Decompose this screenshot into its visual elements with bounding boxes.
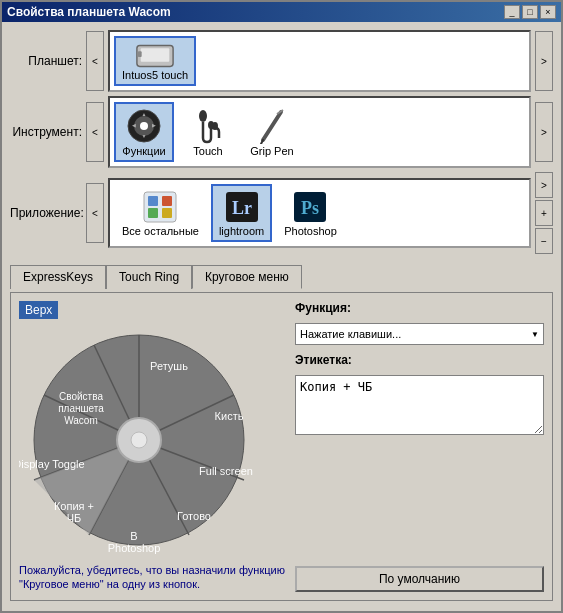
svg-point-5: [140, 122, 148, 130]
svg-text:▶: ▶: [152, 122, 156, 128]
tool-name-0: Функции: [122, 145, 165, 157]
svg-point-35: [131, 432, 147, 448]
tablet-name: Intuos5 touch: [122, 69, 188, 81]
svg-text:Ретушь: Ретушь: [150, 360, 188, 372]
app-name-2: Photoshop: [284, 225, 337, 237]
svg-text:Свойства: Свойства: [59, 391, 103, 402]
svg-point-12: [212, 122, 218, 130]
svg-text:▲: ▲: [142, 111, 147, 117]
svg-text:◀: ◀: [132, 122, 136, 128]
etiketa-input[interactable]: Копия + ЧБ: [295, 375, 544, 435]
svg-text:Wacom: Wacom: [64, 415, 98, 426]
tool-left-btn[interactable]: <: [86, 102, 104, 162]
app-nav-plus-minus: > + −: [535, 172, 553, 254]
tool-right-btn[interactable]: >: [535, 102, 553, 162]
app-list: Все остальные Lr lightroom: [108, 178, 531, 248]
svg-text:Кисть: Кисть: [215, 410, 244, 422]
svg-rect-2: [138, 51, 142, 57]
svg-rect-17: [148, 196, 158, 206]
tool-item-0[interactable]: ▲ ▶ ▼ ◀ Функции: [114, 102, 174, 162]
function-label: Функция:: [295, 301, 544, 315]
verh-label-container: Верх: [19, 301, 289, 319]
default-button[interactable]: По умолчанию: [295, 566, 544, 592]
maximize-button[interactable]: □: [522, 5, 538, 19]
right-panel: Функция: Нажатие клавиши... ▼ Этикетка: …: [295, 301, 544, 592]
tool-item-1[interactable]: Touch: [178, 102, 238, 162]
tool-item-2[interactable]: Grip Pen: [242, 102, 302, 162]
add-app-btn[interactable]: +: [535, 200, 553, 226]
function-value: Нажатие клавиши...: [300, 328, 401, 340]
left-panel: Верх: [19, 301, 289, 592]
app-name-1: lightroom: [219, 225, 264, 237]
svg-text:В: В: [130, 530, 137, 542]
tool-list: ▲ ▶ ▼ ◀ Функции: [108, 96, 531, 168]
svg-text:Photoshop: Photoshop: [108, 542, 161, 554]
tab-touchring[interactable]: Touch Ring: [106, 265, 192, 289]
app-icon-0: [140, 189, 180, 225]
tablet-icon: [135, 41, 175, 69]
app-left-btn[interactable]: <: [86, 183, 104, 243]
app-label: Приложение:: [10, 206, 82, 220]
app-icon-2: Ps: [290, 189, 330, 225]
tablet-left-btn[interactable]: <: [86, 31, 104, 91]
svg-rect-20: [162, 208, 172, 218]
app-item-2[interactable]: Ps Photoshop: [276, 184, 345, 242]
select-arrow-icon: ▼: [531, 330, 539, 339]
app-right-btn[interactable]: >: [535, 172, 553, 198]
svg-rect-1: [141, 48, 170, 61]
svg-text:Full screen: Full screen: [199, 465, 253, 477]
tool-icon-1: [188, 107, 228, 145]
svg-rect-18: [162, 196, 172, 206]
tabs-row: ExpressKeys Touch Ring Круговое меню: [10, 264, 553, 288]
app-row: Приложение: < Все остальные: [10, 172, 553, 254]
tool-name-1: Touch: [193, 145, 222, 157]
notice-text: Пожалуйста, убедитесь, что вы назначили …: [19, 563, 289, 592]
main-content: Планшет: < Intuos5 touch > Инст: [2, 22, 561, 609]
tablet-row: Планшет: < Intuos5 touch >: [10, 30, 553, 92]
pie-menu-container: Ретушь Кисть Full screen Готово В Photos…: [19, 325, 259, 555]
verh-label: Верх: [19, 301, 58, 319]
close-button[interactable]: ×: [540, 5, 556, 19]
tab-expresskeys[interactable]: ExpressKeys: [10, 265, 106, 289]
svg-text:Lr: Lr: [232, 198, 252, 218]
svg-rect-19: [148, 208, 158, 218]
tablet-item[interactable]: Intuos5 touch: [114, 36, 196, 86]
remove-app-btn[interactable]: −: [535, 228, 553, 254]
tool-row: Инструмент: < ▲ ▶ ▼ ◀: [10, 96, 553, 168]
tablet-list: Intuos5 touch: [108, 30, 531, 92]
svg-text:Ps: Ps: [301, 198, 319, 218]
window-title: Свойства планшета Wacom: [7, 5, 171, 19]
tool-icon-2: [252, 107, 292, 145]
svg-text:Копия +: Копия +: [54, 500, 94, 512]
svg-text:Display Toggle: Display Toggle: [19, 458, 85, 470]
tool-label: Инструмент:: [10, 125, 82, 139]
svg-line-13: [263, 112, 281, 140]
window: Свойства планшета Wacom _ □ × Планшет: <: [0, 0, 563, 613]
tool-name-2: Grip Pen: [250, 145, 293, 157]
app-item-1[interactable]: Lr lightroom: [211, 184, 272, 242]
function-select[interactable]: Нажатие клавиши... ▼: [295, 323, 544, 345]
etiketa-label: Этикетка:: [295, 353, 544, 367]
app-icon-1: Lr: [222, 189, 262, 225]
bottom-bar: О программе... Опции... ?: [2, 609, 561, 613]
svg-text:ЧБ: ЧБ: [67, 512, 82, 524]
svg-text:▼: ▼: [142, 133, 147, 139]
svg-point-10: [199, 110, 207, 122]
titlebar: Свойства планшета Wacom _ □ ×: [2, 2, 561, 22]
app-item-0[interactable]: Все остальные: [114, 184, 207, 242]
titlebar-buttons: _ □ ×: [504, 5, 556, 19]
tablet-label: Планшет:: [10, 54, 82, 68]
svg-text:планшета: планшета: [58, 403, 104, 414]
minimize-button[interactable]: _: [504, 5, 520, 19]
tool-icon-0: ▲ ▶ ▼ ◀: [124, 107, 164, 145]
tab-content: Верх: [10, 292, 553, 601]
pie-menu-svg: Ретушь Кисть Full screen Готово В Photos…: [19, 325, 259, 555]
tab-krugovoe-menu[interactable]: Круговое меню: [192, 265, 302, 289]
svg-text:Готово: Готово: [177, 510, 211, 522]
app-name-0: Все остальные: [122, 225, 199, 237]
tablet-right-btn[interactable]: >: [535, 31, 553, 91]
